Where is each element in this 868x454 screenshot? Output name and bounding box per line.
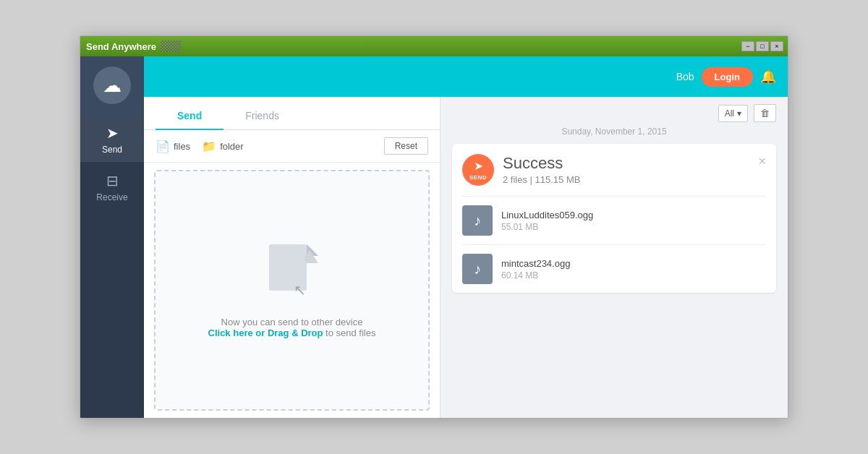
card-header: ➤ SEND Success 2 files | 115.15 MB ×: [462, 154, 766, 186]
title-bar-controls: − □ ×: [741, 41, 783, 51]
send-icon-text: SEND: [469, 174, 487, 181]
tabs: Send Friends: [144, 97, 440, 130]
date-label: Sunday, November 1, 2015: [452, 127, 776, 137]
files-label: files: [174, 141, 190, 152]
tab-friends[interactable]: Friends: [224, 103, 301, 130]
login-button[interactable]: Login: [702, 67, 753, 87]
sidebar-nav: ➤ Send ⊟ Receive: [80, 114, 144, 210]
maximize-button[interactable]: □: [756, 41, 769, 51]
content-area: Send Friends 📄 files 📁: [144, 97, 788, 418]
title-bar-pattern: [161, 40, 181, 52]
history-card: ➤ SEND Success 2 files | 115.15 MB ×: [452, 144, 776, 293]
music-icon-0: ♪: [474, 213, 481, 229]
logo-circle: ☁: [93, 67, 131, 104]
right-panel: All ▾ 🗑 Sunday, November 1, 2015: [441, 97, 788, 418]
filter-select[interactable]: All ▾: [718, 105, 748, 122]
file-name-0: LinuxLuddites059.ogg: [501, 210, 766, 220]
receive-nav-icon: ⊟: [106, 172, 119, 189]
main-content: Bob Login 🔔 Send Friends: [144, 56, 788, 418]
file-size-0: 55.01 MB: [501, 222, 766, 232]
drop-zone-link[interactable]: Click here or Drag & Drop: [208, 327, 323, 338]
sidebar: ☁ ➤ Send ⊟ Receive: [80, 56, 144, 418]
file-name-1: mintcast234.ogg: [501, 258, 766, 269]
title-bar-left: Send Anywhere: [86, 40, 181, 52]
sidebar-item-send-label: Send: [102, 145, 122, 155]
logo-icon: ☁: [103, 74, 122, 97]
app-body: ☁ ➤ Send ⊟ Receive Bob Login 🔔: [80, 56, 788, 418]
sidebar-item-receive-label: Receive: [96, 192, 127, 202]
svg-text:↖: ↖: [294, 282, 306, 298]
file-options: 📄 files 📁 folder Reset: [144, 130, 440, 163]
sidebar-logo: ☁: [80, 56, 144, 114]
drop-zone-icon: ↖: [266, 243, 318, 308]
title-bar: Send Anywhere − □ ×: [80, 36, 788, 56]
table-row: ♪ LinuxLuddites059.ogg 55.01 MB: [462, 197, 766, 245]
drop-zone-text: Now you can send to other device Click h…: [208, 317, 376, 338]
send-icon-circle: ➤ SEND: [462, 154, 494, 186]
card-meta: 2 files | 115.15 MB: [503, 174, 749, 185]
app-window: Send Anywhere − □ × ☁ ➤ Send ⊟: [80, 35, 788, 419]
sidebar-item-send[interactable]: ➤ Send: [80, 114, 144, 162]
table-row: ♪ mintcast234.ogg 60.14 MB: [462, 245, 766, 293]
file-details-1: mintcast234.ogg 60.14 MB: [501, 258, 766, 280]
reset-button[interactable]: Reset: [384, 137, 428, 155]
app-title: Send Anywhere: [86, 41, 156, 52]
music-icon-1: ♪: [474, 261, 481, 278]
tab-send[interactable]: Send: [156, 103, 224, 130]
minimize-button[interactable]: −: [741, 41, 754, 51]
trash-icon: 🗑: [760, 108, 770, 119]
file-size-1: 60.14 MB: [501, 270, 766, 280]
drop-zone[interactable]: ↖ Now you can send to other device Click…: [154, 170, 430, 411]
file-thumb-1: ♪: [462, 254, 493, 284]
bell-icon[interactable]: 🔔: [760, 69, 776, 85]
filter-all-label: All: [725, 108, 734, 119]
card-status: Success: [503, 154, 749, 173]
header-username: Bob: [676, 71, 694, 82]
file-details-0: LinuxLuddites059.ogg 55.01 MB: [501, 210, 766, 232]
card-info: Success 2 files | 115.15 MB: [503, 154, 749, 185]
chevron-down-icon: ▾: [737, 108, 741, 119]
close-button[interactable]: ×: [770, 41, 783, 51]
folder-button[interactable]: 📁 folder: [202, 140, 244, 153]
files-icon: 📄: [156, 140, 170, 153]
filter-bar: All ▾ 🗑: [452, 104, 776, 122]
files-button[interactable]: 📄 files: [156, 140, 190, 153]
send-nav-icon: ➤: [106, 124, 119, 142]
card-close-button[interactable]: ×: [758, 154, 766, 169]
sidebar-item-receive[interactable]: ⊟ Receive: [80, 162, 144, 210]
left-panel: Send Friends 📄 files 📁: [144, 97, 441, 418]
file-thumb-0: ♪: [462, 205, 493, 236]
top-header: Bob Login 🔔: [144, 56, 788, 97]
filter-delete-button[interactable]: 🗑: [754, 104, 776, 122]
folder-label: folder: [220, 141, 244, 152]
send-arrow-icon: ➤: [474, 159, 483, 173]
folder-icon: 📁: [202, 140, 216, 153]
file-list: ♪ LinuxLuddites059.ogg 55.01 MB ♪: [462, 196, 766, 293]
